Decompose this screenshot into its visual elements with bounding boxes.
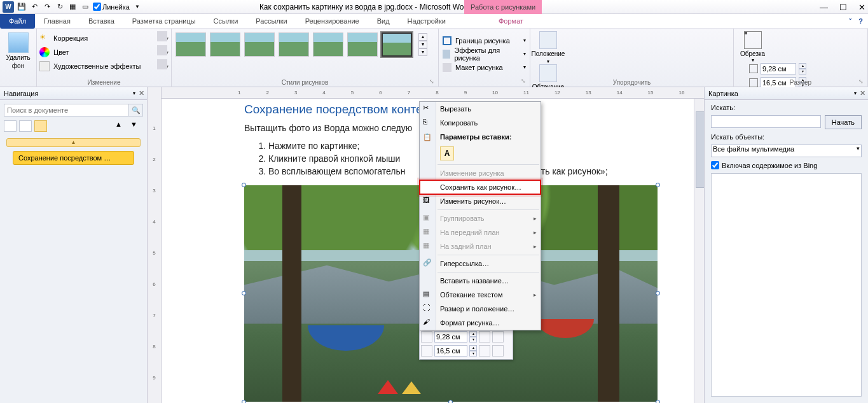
resize-handle[interactable] xyxy=(242,183,246,187)
gallery-more-icon[interactable]: ▾ xyxy=(418,48,427,56)
send-backward-icon[interactable] xyxy=(492,331,504,343)
close-icon[interactable]: ✕ xyxy=(139,89,144,97)
color-button[interactable]: Цвет ▾ xyxy=(39,45,169,59)
nav-view-pages[interactable] xyxy=(19,120,32,132)
ctx-save-as-picture[interactable]: Сохранить как рисунок… xyxy=(420,180,541,194)
resize-handle[interactable] xyxy=(656,400,660,403)
style-thumb-selected[interactable] xyxy=(382,32,412,57)
mini-height-input[interactable] xyxy=(434,331,467,343)
ctx-cut[interactable]: ✂Вырезать xyxy=(420,102,541,116)
dialog-launcher-icon[interactable]: ⤡ xyxy=(858,78,866,86)
crop-icon[interactable] xyxy=(479,345,490,357)
repeat-icon[interactable]: ↻ xyxy=(55,2,65,12)
tab-addins[interactable]: Надстройки xyxy=(399,14,455,29)
nav-view-results[interactable] xyxy=(34,120,47,132)
dialog-launcher-icon[interactable]: ⤡ xyxy=(521,78,528,85)
reset-picture-icon[interactable] xyxy=(157,59,167,69)
resize-handle[interactable] xyxy=(448,400,453,403)
resize-handle[interactable] xyxy=(656,183,660,187)
close-icon[interactable]: ✕ xyxy=(860,89,865,97)
maximize-icon[interactable]: ☐ xyxy=(839,3,847,12)
ctx-size-position[interactable]: ⛶Размер и положение… xyxy=(420,302,541,316)
contextual-tool-tab[interactable]: Работа с рисунками xyxy=(464,0,542,14)
clipart-go-button[interactable]: Начать xyxy=(825,115,862,129)
tab-home[interactable]: Главная xyxy=(35,14,79,29)
tab-file[interactable]: Файл xyxy=(0,14,35,29)
style-thumb[interactable] xyxy=(279,32,309,57)
search-icon[interactable]: 🔍 xyxy=(129,104,143,117)
crop-button[interactable]: Обрезка ▾ xyxy=(740,31,765,63)
word-app-icon[interactable]: W xyxy=(3,1,14,13)
chevron-down-icon[interactable]: ▾ xyxy=(854,90,857,96)
ctx-text-wrap[interactable]: ▤Обтекание текстом▸ xyxy=(420,288,541,302)
scrollbar-thumb[interactable] xyxy=(696,111,704,188)
tab-review[interactable]: Рецензирование xyxy=(296,14,368,29)
save-icon[interactable]: 💾 xyxy=(17,2,27,12)
nav-view-headings[interactable] xyxy=(4,120,17,132)
qat-dropdown-icon[interactable]: ▼ xyxy=(132,2,142,12)
style-thumb[interactable] xyxy=(347,32,378,57)
position-button[interactable]: Положение ▾ xyxy=(534,31,562,64)
nav-search-input[interactable] xyxy=(4,104,129,117)
remove-background-icon[interactable] xyxy=(8,32,29,53)
table-icon[interactable]: ▦ xyxy=(67,2,78,12)
resize-handle[interactable] xyxy=(656,291,660,295)
gallery-up-icon[interactable]: ▴ xyxy=(418,33,427,41)
style-thumb[interactable] xyxy=(176,32,206,57)
undo-icon[interactable]: ↶ xyxy=(29,2,39,12)
ctx-paste-option[interactable]: A xyxy=(420,144,541,163)
tab-format[interactable]: Формат xyxy=(490,14,532,29)
height-input[interactable] xyxy=(761,63,796,74)
spin-up-icon[interactable]: ▴ xyxy=(469,331,477,337)
tab-view[interactable]: Вид xyxy=(368,14,399,29)
ribbon-minimize-icon[interactable]: ˇ xyxy=(849,17,851,25)
gallery-down-icon[interactable]: ▾ xyxy=(418,41,427,48)
compress-pictures-icon[interactable] xyxy=(157,31,167,41)
ctx-hyperlink[interactable]: 🔗Гиперссылка… xyxy=(420,257,541,271)
tab-insert[interactable]: Вставка xyxy=(79,14,123,29)
spin-down-icon[interactable]: ▾ xyxy=(799,69,806,74)
style-thumb[interactable] xyxy=(244,32,275,57)
picture-effects-button[interactable]: Эффекты для рисунка▾ xyxy=(443,46,526,62)
paste-keep-source-icon[interactable]: A xyxy=(440,146,454,160)
tab-mailings[interactable]: Рассылки xyxy=(247,14,296,29)
document-area[interactable]: 12345678910111213141516 Сохранение посре… xyxy=(162,87,704,403)
minimize-icon[interactable]: — xyxy=(820,3,828,12)
nav-prev-icon[interactable]: ▲ xyxy=(115,120,128,132)
dialog-launcher-icon[interactable]: ⤡ xyxy=(429,78,437,86)
style-thumb[interactable] xyxy=(210,32,240,57)
bing-toggle[interactable] xyxy=(711,161,719,169)
resize-handle[interactable] xyxy=(242,400,246,403)
ruler-toggle[interactable] xyxy=(93,3,101,11)
clipart-media-type-select[interactable]: Все файлы мультимедиа▾ xyxy=(711,145,862,157)
help-icon[interactable]: ? xyxy=(858,17,863,25)
clipart-bing-checkbox[interactable]: Включая содержимое из Bing xyxy=(711,161,862,169)
open-icon[interactable]: ▭ xyxy=(80,2,90,12)
rotate-icon[interactable] xyxy=(492,345,504,357)
ctx-insert-caption[interactable]: Вставить название… xyxy=(420,274,541,288)
spin-up-icon[interactable]: ▴ xyxy=(469,345,477,351)
close-icon[interactable]: ✕ xyxy=(858,3,865,12)
bring-forward-icon[interactable] xyxy=(479,331,490,343)
picture-style-gallery[interactable]: ▴ ▾ ▾ xyxy=(176,32,434,57)
corrections-button[interactable]: ☀ Коррекция ▾ xyxy=(39,31,169,45)
ctx-change-picture[interactable]: 🖼Изменить рисунок… xyxy=(420,194,541,208)
picture-layout-button[interactable]: Макет рисунка▾ xyxy=(443,63,526,72)
tab-page-layout[interactable]: Разметка страницы xyxy=(123,14,205,29)
style-thumb[interactable] xyxy=(313,32,343,57)
spin-up-icon[interactable]: ▴ xyxy=(799,63,806,69)
spin-down-icon[interactable]: ▾ xyxy=(469,337,477,343)
artistic-effects-button[interactable]: Художественные эффекты ▾ xyxy=(39,59,169,73)
ruler-checkbox[interactable]: Линейка xyxy=(93,3,130,11)
picture-border-button[interactable]: Граница рисунка▾ xyxy=(443,36,526,45)
chevron-down-icon[interactable]: ▾ xyxy=(133,90,135,96)
nav-heading-item[interactable]: Сохранение посредством … xyxy=(13,151,134,165)
vertical-scrollbar[interactable] xyxy=(694,99,704,403)
change-picture-icon[interactable] xyxy=(157,45,167,55)
ctx-copy[interactable]: ⎘Копировать xyxy=(420,116,541,130)
resize-handle[interactable] xyxy=(242,291,246,295)
tab-references[interactable]: Ссылки xyxy=(205,14,247,29)
redo-icon[interactable]: ↷ xyxy=(42,2,52,12)
ctx-format-picture[interactable]: 🖌Формат рисунка… xyxy=(420,316,541,330)
nav-collapse-bar[interactable]: ▲ xyxy=(6,138,141,147)
